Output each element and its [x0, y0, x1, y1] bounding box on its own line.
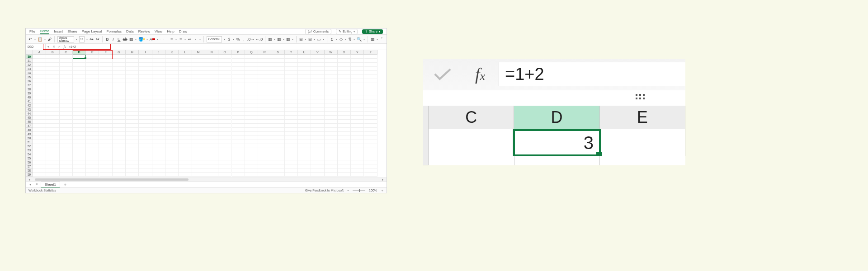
row-header[interactable]: 42	[26, 103, 33, 107]
column-header[interactable]: W	[325, 50, 338, 55]
cell[interactable]	[46, 95, 59, 99]
undo-button[interactable]: ↶	[28, 36, 33, 42]
font-name-select[interactable]: Aptos Narrow	[57, 36, 74, 42]
cell[interactable]	[232, 103, 245, 107]
cell[interactable]	[73, 91, 86, 95]
column-header[interactable]: G	[113, 50, 126, 55]
column-header[interactable]: Z	[364, 50, 377, 55]
merge-button[interactable]: ⫞	[193, 36, 198, 42]
formula-input[interactable]: =1+2	[498, 62, 685, 86]
cell[interactable]	[86, 120, 99, 124]
cell[interactable]	[298, 67, 311, 71]
column-header[interactable]: X	[338, 50, 351, 55]
cell[interactable]	[364, 59, 377, 63]
cell[interactable]	[86, 103, 99, 107]
cell[interactable]	[271, 132, 284, 136]
cell[interactable]	[218, 173, 231, 177]
cell[interactable]	[298, 148, 311, 152]
cell[interactable]	[179, 168, 192, 173]
cell[interactable]	[325, 83, 338, 87]
cell[interactable]	[245, 112, 258, 116]
cell[interactable]	[46, 67, 59, 71]
cell[interactable]	[351, 87, 364, 91]
cell[interactable]	[298, 124, 311, 128]
cell[interactable]	[99, 59, 113, 63]
cell[interactable]	[152, 59, 165, 63]
row-header[interactable]: 58	[26, 168, 33, 173]
column-header[interactable]: D	[514, 106, 599, 129]
cell[interactable]	[271, 120, 284, 124]
cell[interactable]	[364, 112, 377, 116]
add-sheet-button[interactable]: ＋	[63, 182, 67, 188]
cell[interactable]	[258, 83, 271, 87]
cell[interactable]	[338, 128, 351, 132]
cell[interactable]	[364, 164, 377, 168]
cell[interactable]	[152, 112, 165, 116]
cell[interactable]	[338, 95, 351, 99]
cell[interactable]	[152, 55, 165, 59]
cell[interactable]	[46, 136, 59, 140]
cell[interactable]	[192, 103, 205, 107]
align-middle-button[interactable]: ≡	[179, 36, 183, 42]
row-header[interactable]: 35	[26, 75, 33, 79]
cell[interactable]	[139, 112, 152, 116]
cell[interactable]	[232, 83, 245, 87]
cell[interactable]	[271, 99, 284, 103]
cell[interactable]	[351, 83, 364, 87]
cell[interactable]	[139, 128, 152, 132]
cell[interactable]	[205, 67, 218, 71]
cell[interactable]	[271, 71, 284, 75]
cell[interactable]	[285, 87, 298, 91]
cell[interactable]	[33, 144, 46, 148]
column-header[interactable]: O	[218, 50, 231, 55]
cell[interactable]	[258, 120, 271, 124]
font-color-button[interactable]: A	[150, 36, 155, 42]
cell[interactable]	[192, 75, 205, 79]
cell[interactable]	[126, 63, 139, 67]
cell[interactable]	[338, 112, 351, 116]
cell[interactable]	[258, 91, 271, 95]
cell[interactable]	[73, 103, 86, 107]
cell[interactable]	[60, 132, 73, 136]
cell[interactable]	[46, 87, 59, 91]
row-header[interactable]: 55	[26, 156, 33, 160]
cell[interactable]	[179, 59, 192, 63]
chevron-down-icon[interactable]: ▾	[233, 37, 234, 41]
cell[interactable]	[325, 173, 338, 177]
chevron-down-icon[interactable]: ▾	[314, 37, 315, 41]
cell[interactable]	[271, 75, 284, 79]
cell[interactable]	[165, 71, 179, 75]
cell[interactable]	[298, 116, 311, 120]
cell[interactable]	[46, 59, 59, 63]
cell[interactable]	[232, 140, 245, 144]
name-box[interactable]: D30	[26, 44, 46, 50]
cell[interactable]	[232, 63, 245, 67]
cell[interactable]	[232, 168, 245, 173]
cell[interactable]	[60, 55, 73, 59]
cell[interactable]	[139, 136, 152, 140]
cell[interactable]	[179, 124, 192, 128]
cell[interactable]	[351, 120, 364, 124]
menu-insert[interactable]: Insert	[54, 29, 63, 33]
zoom-slider[interactable]	[353, 190, 365, 191]
cell[interactable]	[311, 156, 324, 160]
row-header[interactable]: 48	[26, 128, 33, 132]
cell[interactable]	[298, 120, 311, 124]
cell[interactable]	[33, 63, 46, 67]
cell[interactable]	[232, 136, 245, 140]
accept-formula-button[interactable]	[423, 67, 462, 81]
cell[interactable]	[285, 75, 298, 79]
align-left-button[interactable]: ≡	[170, 36, 174, 42]
increase-decimal-button[interactable]: .0→	[248, 36, 254, 42]
cell[interactable]	[285, 120, 298, 124]
row-header[interactable]: 38	[26, 87, 33, 91]
row-header[interactable]: 54	[26, 152, 33, 156]
cell[interactable]	[113, 59, 126, 63]
cell[interactable]	[311, 124, 324, 128]
cell[interactable]	[232, 144, 245, 148]
cell[interactable]	[152, 87, 165, 91]
cell[interactable]	[311, 63, 324, 67]
cancel-formula-button[interactable]: ✕	[51, 44, 57, 50]
cell[interactable]	[364, 152, 377, 156]
cell[interactable]	[232, 124, 245, 128]
